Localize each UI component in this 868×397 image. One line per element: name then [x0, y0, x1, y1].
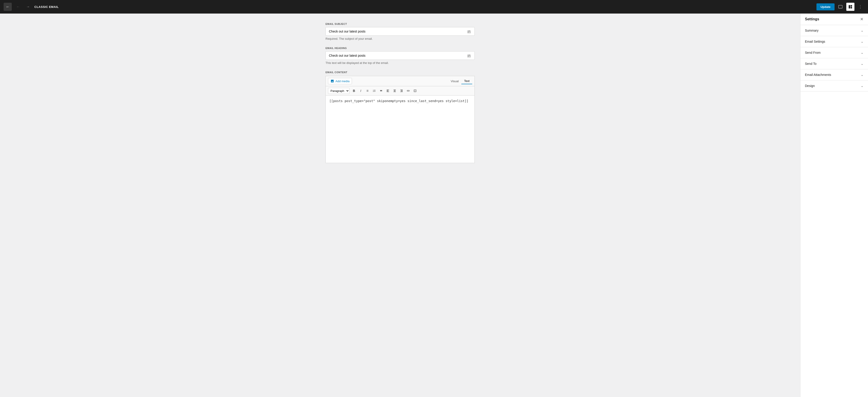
accordion-item-design: Design ⌄: [800, 80, 868, 92]
more-options-icon[interactable]: ⋮: [856, 3, 864, 11]
email-content-group: EMAIL CONTENT Add media Visual Text: [326, 71, 475, 163]
accordion-title: Summary: [805, 29, 818, 32]
svg-rect-3: [850, 7, 852, 8]
email-subject-input-wrapper: [/]: [326, 27, 475, 36]
accordion-title: Email Settings: [805, 40, 825, 43]
email-subject-group: EMAIL SUBJECT [/] Required. The subject …: [326, 23, 475, 40]
chevron-down-icon: ⌄: [861, 73, 864, 76]
align-left-button[interactable]: [385, 88, 391, 94]
email-heading-shortcode-btn[interactable]: [/]: [467, 54, 471, 57]
email-heading-label: EMAIL HEADING: [326, 47, 475, 49]
email-subject-input[interactable]: [329, 30, 467, 33]
preview-icon[interactable]: [836, 3, 844, 11]
bold-button[interactable]: B: [351, 88, 357, 94]
chevron-down-icon: ⌄: [861, 84, 864, 88]
chevron-down-icon: ⌄: [861, 40, 864, 43]
align-right-button[interactable]: [398, 88, 405, 94]
paragraph-select[interactable]: Paragraph: [328, 88, 349, 94]
email-heading-hint: This text will be displayed at the top o…: [326, 61, 475, 65]
accordion-item-send-from: Send From ⌄: [800, 47, 868, 58]
chevron-down-icon: ⌄: [861, 51, 864, 55]
back-button[interactable]: ←: [4, 3, 12, 11]
accordion-title: Send To: [805, 62, 816, 65]
email-heading-input-wrapper: [/]: [326, 51, 475, 60]
svg-rect-0: [839, 5, 842, 8]
link-button[interactable]: [405, 88, 411, 94]
topbar: ← ← → CLASSIC EMAIL Update ⋮: [0, 0, 868, 13]
unordered-list-button[interactable]: [364, 88, 371, 94]
accordion-header[interactable]: Send To ⌄: [800, 58, 868, 69]
accordion-header[interactable]: Send From ⌄: [800, 47, 868, 58]
email-heading-input[interactable]: [329, 54, 467, 57]
page-title: CLASSIC EMAIL: [34, 5, 814, 8]
sidebar-close-button[interactable]: ✕: [860, 17, 864, 21]
accordion-title: Send From: [805, 51, 820, 55]
add-media-icon: [331, 79, 334, 83]
accordion-item-email-settings: Email Settings ⌄: [800, 36, 868, 47]
visual-tab[interactable]: Visual: [448, 78, 461, 84]
redo-button[interactable]: →: [24, 3, 32, 10]
update-button[interactable]: Update: [816, 3, 835, 10]
accordion-item-send-to: Send To ⌄: [800, 58, 868, 69]
email-subject-label: EMAIL SUBJECT: [326, 23, 475, 25]
chevron-down-icon: ⌄: [861, 62, 864, 65]
accordion-header[interactable]: Design ⌄: [800, 80, 868, 91]
editor-toolbar-top: Add media Visual Text: [326, 76, 475, 86]
accordion-title: Design: [805, 84, 815, 88]
sidebar-header: Settings ✕: [800, 13, 868, 25]
content-area: EMAIL SUBJECT [/] Required. The subject …: [0, 13, 800, 397]
svg-rect-2: [850, 5, 852, 7]
email-content-label: EMAIL CONTENT: [326, 71, 475, 74]
add-media-button[interactable]: Add media: [328, 78, 352, 84]
text-tab[interactable]: Text: [461, 78, 472, 84]
accordion-header[interactable]: Email Settings ⌄: [800, 36, 868, 47]
settings-accordion: Summary ⌄ Email Settings ⌄ Send From ⌄ S…: [800, 25, 868, 92]
main-layout: EMAIL SUBJECT [/] Required. The subject …: [0, 13, 868, 397]
email-heading-group: EMAIL HEADING [/] This text will be disp…: [326, 47, 475, 65]
ordered-list-button[interactable]: [371, 88, 377, 94]
table-button[interactable]: [412, 88, 418, 94]
blockquote-button[interactable]: [378, 88, 384, 94]
svg-rect-1: [849, 5, 850, 8]
settings-sidebar: Settings ✕ Summary ⌄ Email Settings ⌄ Se…: [800, 13, 868, 397]
accordion-header[interactable]: Email Attachments ⌄: [800, 69, 868, 80]
italic-button[interactable]: I: [358, 88, 364, 94]
visual-text-tabs: Visual Text: [448, 78, 472, 84]
email-subject-hint: Required. The subject of your email.: [326, 37, 475, 40]
accordion-title: Email Attachments: [805, 73, 831, 76]
sidebar-title: Settings: [805, 17, 819, 21]
align-center-button[interactable]: [392, 88, 398, 94]
email-content-editor[interactable]: [[posts post_type="post" skiponempty=yes…: [326, 95, 475, 163]
email-subject-shortcode-btn[interactable]: [/]: [467, 30, 471, 33]
accordion-header[interactable]: Summary ⌄: [800, 25, 868, 36]
form-section: EMAIL SUBJECT [/] Required. The subject …: [326, 23, 475, 163]
settings-view-icon[interactable]: [846, 3, 855, 11]
editor-content: [[posts post_type="post" skiponempty=yes…: [329, 99, 468, 103]
format-toolbar: Paragraph B I: [326, 86, 475, 95]
accordion-item-summary: Summary ⌄: [800, 25, 868, 36]
chevron-down-icon: ⌄: [861, 29, 864, 32]
undo-button[interactable]: ←: [14, 3, 22, 10]
accordion-item-email-attachments: Email Attachments ⌄: [800, 69, 868, 80]
add-media-label: Add media: [336, 79, 349, 83]
topbar-right: Update ⋮: [816, 3, 864, 11]
